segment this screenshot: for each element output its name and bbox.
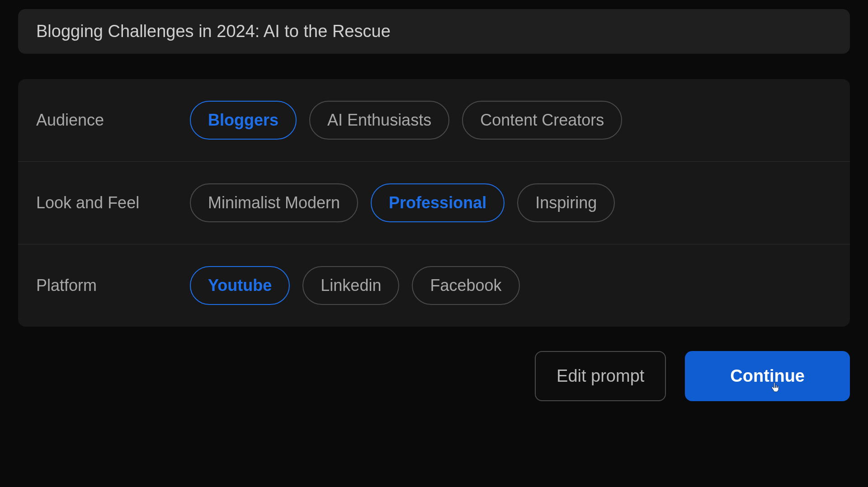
chip-facebook[interactable]: Facebook (412, 266, 519, 305)
chip-linkedin[interactable]: Linkedin (302, 266, 399, 305)
title-input[interactable]: Blogging Challenges in 2024: AI to the R… (18, 9, 850, 54)
platform-label: Platform (36, 276, 190, 295)
chip-bloggers[interactable]: Bloggers (190, 101, 297, 140)
chip-content-creators[interactable]: Content Creators (462, 101, 622, 140)
edit-prompt-button[interactable]: Edit prompt (535, 351, 666, 401)
actions-bar: Edit prompt Continue (18, 351, 850, 401)
audience-label: Audience (36, 111, 190, 130)
chip-ai-enthusiasts[interactable]: AI Enthusiasts (309, 101, 449, 140)
lookfeel-label: Look and Feel (36, 193, 190, 212)
chip-inspiring[interactable]: Inspiring (517, 183, 615, 222)
chip-minimalist-modern[interactable]: Minimalist Modern (190, 183, 358, 222)
continue-button[interactable]: Continue (685, 351, 850, 401)
platform-row: Platform Youtube Linkedin Facebook (18, 244, 850, 327)
title-text: Blogging Challenges in 2024: AI to the R… (36, 22, 391, 41)
chip-youtube[interactable]: Youtube (190, 266, 290, 305)
audience-chips: Bloggers AI Enthusiasts Content Creators (190, 101, 622, 140)
continue-label: Continue (730, 366, 805, 385)
lookfeel-chips: Minimalist Modern Professional Inspiring (190, 183, 615, 222)
platform-chips: Youtube Linkedin Facebook (190, 266, 520, 305)
lookfeel-row: Look and Feel Minimalist Modern Professi… (18, 162, 850, 244)
chip-professional[interactable]: Professional (371, 183, 505, 222)
audience-row: Audience Bloggers AI Enthusiasts Content… (18, 79, 850, 162)
options-panel: Audience Bloggers AI Enthusiasts Content… (18, 79, 850, 327)
